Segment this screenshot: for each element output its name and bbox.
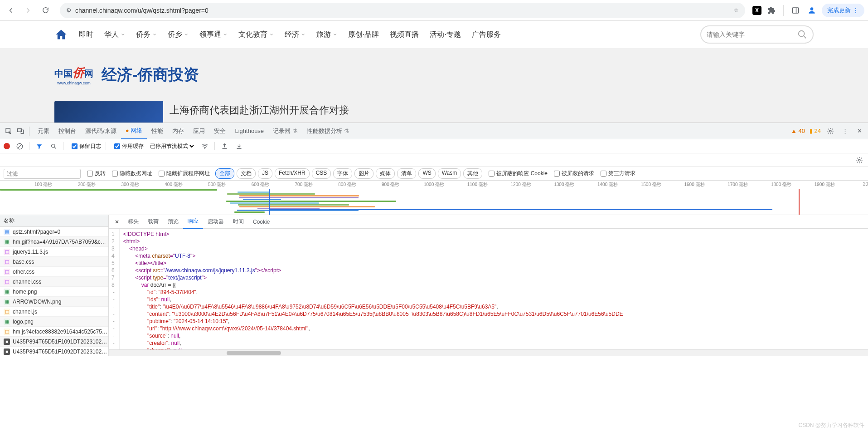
- search-input[interactable]: [707, 31, 797, 38]
- article-title[interactable]: 上海侨商代表团赴浙江湖州开展合作对接: [170, 101, 349, 117]
- detail-tab[interactable]: 标头: [123, 215, 143, 229]
- type-chip[interactable]: Fetch/XHR: [275, 168, 310, 179]
- throttle-select[interactable]: 已停用节流模式: [148, 142, 195, 150]
- disable-cache-checkbox[interactable]: 停用缓存: [114, 142, 144, 150]
- more-icon[interactable]: ⋮: [840, 126, 850, 136]
- detail-tab[interactable]: Cookie: [248, 215, 274, 229]
- search-network-icon[interactable]: [48, 141, 58, 151]
- nav-item[interactable]: 旅游: [316, 30, 337, 39]
- request-row[interactable]: ◫jquery1.11.3.js: [0, 247, 108, 257]
- horizontal-scrollbar[interactable]: [109, 349, 868, 356]
- detail-tab[interactable]: 启动器: [203, 215, 228, 229]
- third-party-checkbox[interactable]: 第三方请求: [601, 170, 635, 177]
- request-row[interactable]: ▦ARROWDOWN.png: [0, 297, 108, 307]
- nav-item[interactable]: 文化教育: [238, 30, 274, 39]
- nav-item[interactable]: 领事通: [199, 30, 228, 39]
- preserve-log-checkbox[interactable]: 保留日志: [72, 142, 101, 150]
- nav-item[interactable]: 即时: [79, 30, 93, 39]
- network-settings-icon[interactable]: [854, 155, 864, 165]
- close-devtools-icon[interactable]: ✕: [854, 126, 864, 136]
- filter-input[interactable]: [4, 169, 81, 179]
- record-button[interactable]: [4, 143, 10, 149]
- nav-item[interactable]: 原创·品牌: [348, 30, 379, 39]
- search-icon[interactable]: [797, 29, 807, 39]
- request-row[interactable]: ◫channel.css: [0, 277, 108, 287]
- url-bar[interactable]: ⚙ ☆: [60, 3, 745, 18]
- devtools-tab[interactable]: 元素: [33, 123, 54, 139]
- url-input[interactable]: [75, 7, 730, 14]
- extensions-icon[interactable]: [765, 4, 778, 17]
- detail-tab[interactable]: 响应: [183, 215, 203, 229]
- article-thumb[interactable]: [54, 101, 163, 123]
- blocked-req-checkbox[interactable]: 被屏蔽的请求: [554, 170, 594, 177]
- devtools-tab[interactable]: Lighthouse: [230, 123, 268, 139]
- type-chip[interactable]: 清单: [397, 168, 416, 179]
- settings-icon[interactable]: [825, 126, 835, 136]
- download-icon[interactable]: [234, 141, 244, 151]
- profile-icon[interactable]: [805, 4, 818, 17]
- hide-data-checkbox[interactable]: 隐藏数据网址: [112, 170, 152, 177]
- request-row[interactable]: ◫base.css: [0, 257, 108, 267]
- nav-item[interactable]: 广告服务: [472, 30, 501, 39]
- site-info-icon[interactable]: ⚙: [66, 7, 72, 14]
- devtools-tab[interactable]: 应用: [189, 123, 209, 139]
- timeline[interactable]: 100 毫秒200 毫秒300 毫秒400 毫秒500 毫秒600 毫秒700 …: [0, 181, 868, 215]
- nav-item[interactable]: 华人: [104, 30, 125, 39]
- type-chip[interactable]: JS: [258, 168, 272, 179]
- response-code-view[interactable]: 12345678---------- <!DOCTYPE html><html>…: [109, 229, 868, 349]
- update-button[interactable]: 完成更新 ⋮: [822, 4, 864, 17]
- forward-button[interactable]: [21, 3, 35, 18]
- type-chip[interactable]: Wasm: [438, 168, 461, 179]
- type-chip[interactable]: 全部: [215, 168, 234, 179]
- devtools-tab[interactable]: 安全: [209, 123, 230, 139]
- clear-icon[interactable]: [15, 141, 24, 151]
- extension-icon-1[interactable]: X: [752, 6, 761, 15]
- home-icon[interactable]: [54, 28, 68, 41]
- reload-button[interactable]: [38, 3, 53, 18]
- hide-ext-checkbox[interactable]: 隐藏扩展程序网址: [159, 170, 210, 177]
- detail-tab[interactable]: 时间: [228, 215, 248, 229]
- detail-tab[interactable]: 预览: [163, 215, 183, 229]
- devtools-tab[interactable]: 控制台: [54, 123, 81, 139]
- nav-item[interactable]: 视频直播: [390, 30, 419, 39]
- request-row[interactable]: ■U435P894T65D51F1091DT2023102…: [0, 337, 108, 347]
- type-chip[interactable]: 文档: [237, 168, 256, 179]
- issue-badge[interactable]: ▮ 24: [810, 128, 821, 134]
- nav-item[interactable]: 侨乡: [168, 30, 189, 39]
- device-toggle-icon[interactable]: [15, 126, 25, 136]
- request-row[interactable]: ▦logo.png: [0, 317, 108, 327]
- upload-icon[interactable]: [219, 141, 229, 151]
- devtools-tab[interactable]: 记录器 ⚗: [268, 123, 302, 139]
- side-panel-icon[interactable]: [789, 4, 802, 17]
- devtools-tab[interactable]: ● 网络: [121, 123, 147, 139]
- type-chip[interactable]: 媒体: [376, 168, 395, 179]
- nav-item[interactable]: 活动·专题: [430, 30, 461, 39]
- devtools-tab[interactable]: 性能: [147, 123, 168, 139]
- wifi-icon[interactable]: [200, 141, 210, 151]
- type-chip[interactable]: CSS: [312, 168, 331, 179]
- nav-item[interactable]: 经济: [285, 30, 305, 39]
- devtools-tab[interactable]: 源代码/来源: [81, 123, 121, 139]
- request-row[interactable]: ◫other.css: [0, 267, 108, 277]
- request-row[interactable]: ◫channel.js: [0, 307, 108, 317]
- type-chip[interactable]: 其他: [463, 168, 482, 179]
- request-row[interactable]: ◫hm.js?4eface88382e9164a4c525c75…: [0, 327, 108, 337]
- blocked-cookie-checkbox[interactable]: 被屏蔽的响应 Cookie: [489, 170, 548, 177]
- nav-item[interactable]: 侨务: [136, 30, 157, 39]
- request-row[interactable]: ■U435P894T65D51F1092DT2023102…: [0, 347, 108, 356]
- inspect-icon[interactable]: [4, 126, 14, 136]
- warning-badge[interactable]: ▲ 40: [791, 128, 805, 134]
- type-chip[interactable]: WS: [418, 168, 435, 179]
- devtools-tab[interactable]: 内存: [168, 123, 189, 139]
- site-logo[interactable]: 中国侨网 www.chinaqw.com: [54, 65, 93, 85]
- back-button[interactable]: [4, 3, 18, 18]
- request-row[interactable]: ▤qstz.shtml?pager=0: [0, 227, 108, 237]
- filter-icon[interactable]: [34, 141, 44, 151]
- star-icon[interactable]: ☆: [733, 7, 739, 14]
- request-list[interactable]: 名称 ▤qstz.shtml?pager=0▦hm.gif?hca=4A9167…: [0, 215, 109, 356]
- invert-checkbox[interactable]: 反转: [87, 170, 106, 177]
- devtools-tab[interactable]: 性能数据分析 ⚗: [302, 123, 354, 139]
- type-chip[interactable]: 字体: [333, 168, 352, 179]
- request-row[interactable]: ▦hm.gif?hca=4A9167DA75AB7059&c…: [0, 237, 108, 247]
- search-box[interactable]: [700, 25, 814, 44]
